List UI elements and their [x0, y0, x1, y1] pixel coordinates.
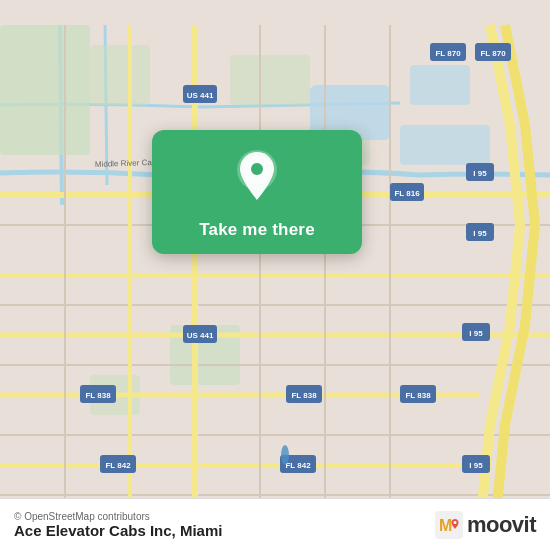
svg-text:I 95: I 95 — [473, 229, 487, 238]
svg-text:I 95: I 95 — [469, 329, 483, 338]
svg-text:FL 842: FL 842 — [285, 461, 311, 470]
svg-text:FL 870: FL 870 — [480, 49, 506, 58]
svg-text:US 441: US 441 — [187, 91, 214, 100]
map-background: US 441 US 441 FL 870 FL 870 FL 816 I 95 … — [0, 0, 550, 550]
svg-point-56 — [281, 445, 289, 465]
place-name: Ace Elevator Cabs Inc, Miami — [14, 522, 222, 539]
svg-point-59 — [251, 163, 263, 175]
svg-rect-2 — [90, 45, 150, 105]
map-container: US 441 US 441 FL 870 FL 870 FL 816 I 95 … — [0, 0, 550, 550]
svg-text:M: M — [439, 517, 452, 534]
bottom-left: © OpenStreetMap contributors Ace Elevato… — [14, 511, 222, 539]
take-me-there-button[interactable]: Take me there — [199, 220, 315, 240]
svg-text:US 441: US 441 — [187, 331, 214, 340]
moovit-logo[interactable]: M moovit — [435, 511, 536, 539]
svg-text:FL 870: FL 870 — [435, 49, 461, 58]
svg-point-62 — [453, 521, 456, 524]
location-pin-icon — [232, 148, 282, 206]
svg-text:I 95: I 95 — [469, 461, 483, 470]
location-card: Take me there — [152, 130, 362, 254]
svg-text:FL 838: FL 838 — [85, 391, 111, 400]
svg-rect-8 — [410, 65, 470, 105]
pin-icon-container — [232, 148, 282, 210]
svg-text:FL 842: FL 842 — [105, 461, 131, 470]
svg-text:FL 838: FL 838 — [291, 391, 317, 400]
svg-text:I 95: I 95 — [473, 169, 487, 178]
svg-rect-3 — [230, 55, 310, 105]
moovit-text: moovit — [467, 512, 536, 538]
attribution-text: © OpenStreetMap contributors — [14, 511, 222, 522]
svg-text:FL 838: FL 838 — [405, 391, 431, 400]
svg-text:FL 816: FL 816 — [394, 189, 420, 198]
svg-rect-9 — [400, 125, 490, 165]
svg-rect-1 — [0, 25, 90, 155]
bottom-bar: © OpenStreetMap contributors Ace Elevato… — [0, 498, 550, 550]
moovit-logo-icon: M — [435, 511, 463, 539]
